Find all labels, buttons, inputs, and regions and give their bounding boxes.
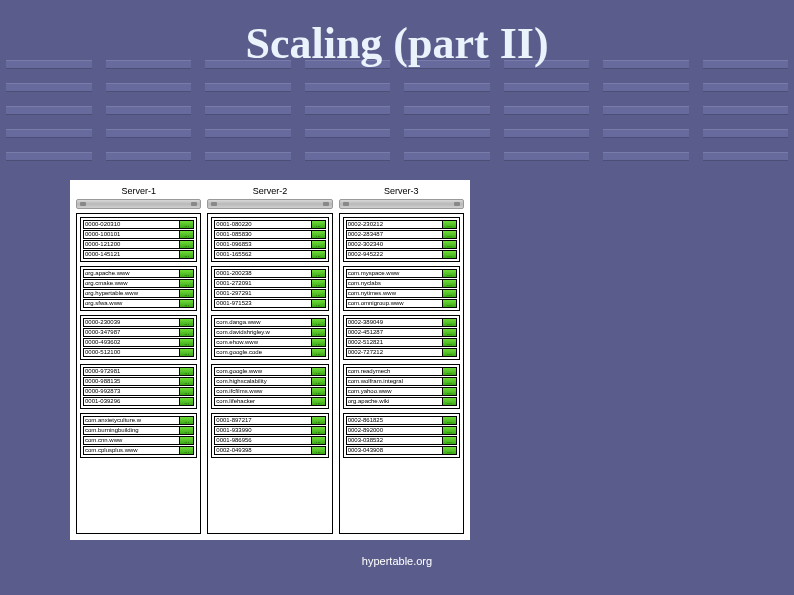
range-label: 0000-100101 <box>83 230 180 239</box>
range-indicator: … <box>443 318 457 327</box>
range-label: com.lifehacker <box>214 397 311 406</box>
range-label: com.yahoo.www <box>346 387 443 396</box>
range-block: 0002-861825…0002-892000…0003-038532…0003… <box>343 413 460 458</box>
range-label: 0001-272091 <box>214 279 311 288</box>
range-label: 0001-971523 <box>214 299 311 308</box>
server-header: Server-3 <box>339 186 464 196</box>
range-label: 0002-049398 <box>214 446 311 455</box>
range-indicator: … <box>312 416 326 425</box>
range-row: com.nyclabs… <box>346 279 457 288</box>
range-row: com.wolfram.integral… <box>346 377 457 386</box>
range-label: 0000-992873 <box>83 387 180 396</box>
range-block: com.anxietyculture.w…com.burningbuilding… <box>80 413 197 458</box>
range-indicator: … <box>180 328 194 337</box>
range-label: org.apache.www <box>83 269 180 278</box>
range-block: com.readymech…com.wolfram.integral…com.y… <box>343 364 460 409</box>
range-label: 0002-727212 <box>346 348 443 357</box>
range-label: org.cmake.www <box>83 279 180 288</box>
range-row: 0001-096853… <box>214 240 325 249</box>
range-indicator: … <box>312 426 326 435</box>
range-label: 0003-038532 <box>346 436 443 445</box>
range-row: 0003-043908… <box>346 446 457 455</box>
range-row: 0000-972981… <box>83 367 194 376</box>
range-indicator: … <box>312 240 326 249</box>
range-row: 0001-085830… <box>214 230 325 239</box>
range-indicator: … <box>180 220 194 229</box>
range-indicator: … <box>443 348 457 357</box>
range-indicator: … <box>312 220 326 229</box>
range-label: 0001-096853 <box>214 240 311 249</box>
range-label: 0002-302340 <box>346 240 443 249</box>
range-row: com.anxietyculture.w… <box>83 416 194 425</box>
range-indicator: … <box>312 318 326 327</box>
range-row: org.hypertable.www… <box>83 289 194 298</box>
range-indicator: … <box>443 426 457 435</box>
range-row: 0002-892000… <box>346 426 457 435</box>
range-block: 0002-389049…0002-451287…0002-512821…0002… <box>343 315 460 360</box>
range-block: com.google.www…com.highscalability…com.i… <box>211 364 328 409</box>
range-indicator: … <box>180 250 194 259</box>
range-row: 0000-992873… <box>83 387 194 396</box>
range-row: 0003-038532… <box>346 436 457 445</box>
range-row: com.burningbuilding… <box>83 426 194 435</box>
server-body: 0000-020310…0000-100101…0000-121200…0000… <box>76 213 201 534</box>
range-block: 0000-972981…0000-988135…0000-992873…0001… <box>80 364 197 409</box>
server-icon <box>339 199 464 209</box>
range-label: 0003-043908 <box>346 446 443 455</box>
range-label: 0002-892000 <box>346 426 443 435</box>
range-label: 0001-039296 <box>83 397 180 406</box>
range-label: com.ehow.www <box>214 338 311 347</box>
range-row: com.google.www… <box>214 367 325 376</box>
range-indicator: … <box>312 338 326 347</box>
range-row: org.apache.wiki… <box>346 397 457 406</box>
range-block: 0001-897217…0001-933990…0001-986956…0002… <box>211 413 328 458</box>
range-label: 0002-512821 <box>346 338 443 347</box>
range-row: org.apache.www… <box>83 269 194 278</box>
range-label: 0001-986956 <box>214 436 311 445</box>
range-indicator: … <box>443 397 457 406</box>
range-block: org.apache.www…org.cmake.www…org.hyperta… <box>80 266 197 311</box>
range-row: com.davidshrigley.w… <box>214 328 325 337</box>
range-indicator: … <box>312 250 326 259</box>
range-indicator: … <box>443 446 457 455</box>
range-row: 0002-283487… <box>346 230 457 239</box>
range-label: 0002-451287 <box>346 328 443 337</box>
range-indicator: … <box>180 240 194 249</box>
range-row: com.omnigroup.www… <box>346 299 457 308</box>
range-indicator: … <box>443 299 457 308</box>
range-row: 0001-971523… <box>214 299 325 308</box>
range-label: 0002-389049 <box>346 318 443 327</box>
range-indicator: … <box>312 328 326 337</box>
range-row: 0000-988135… <box>83 377 194 386</box>
range-indicator: … <box>443 289 457 298</box>
range-label: com.davidshrigley.w <box>214 328 311 337</box>
range-row: 0002-861825… <box>346 416 457 425</box>
range-indicator: … <box>180 436 194 445</box>
range-row: 0000-020310… <box>83 220 194 229</box>
range-label: 0001-297291 <box>214 289 311 298</box>
range-row: com.nytimes.www… <box>346 289 457 298</box>
server-icon <box>76 199 201 209</box>
server-header: Server-1 <box>76 186 201 196</box>
server-body: 0002-230212…0002-283487…0002-302340…0002… <box>339 213 464 534</box>
range-block: 0000-230039…0000-347987…0000-493602…0000… <box>80 315 197 360</box>
range-block: 0001-080220…0001-085830…0001-096853…0001… <box>211 217 328 262</box>
range-row: 0001-080220… <box>214 220 325 229</box>
range-label: 0001-200238 <box>214 269 311 278</box>
range-indicator: … <box>180 289 194 298</box>
range-label: 0002-861825 <box>346 416 443 425</box>
range-label: com.danga.www <box>214 318 311 327</box>
range-indicator: … <box>180 387 194 396</box>
range-indicator: … <box>312 230 326 239</box>
range-row: com.google.code… <box>214 348 325 357</box>
range-indicator: … <box>180 446 194 455</box>
range-row: 0000-347987… <box>83 328 194 337</box>
range-indicator: … <box>443 338 457 347</box>
range-label: 0000-988135 <box>83 377 180 386</box>
range-label: com.anxietyculture.w <box>83 416 180 425</box>
range-indicator: … <box>180 416 194 425</box>
range-row: 0002-451287… <box>346 328 457 337</box>
range-label: org.sfwa.www <box>83 299 180 308</box>
range-indicator: … <box>443 377 457 386</box>
range-indicator: … <box>443 416 457 425</box>
